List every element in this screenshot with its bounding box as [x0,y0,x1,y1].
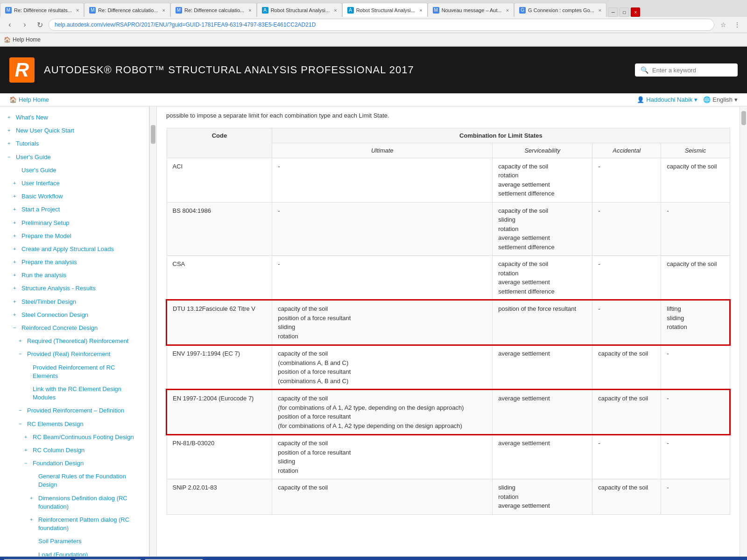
sidebar-item-create-loads[interactable]: + Create and Apply Structural Loads [0,243,149,256]
toggle-basic-workflow[interactable]: + [13,193,19,200]
toggle-rc-design[interactable]: − [13,324,19,331]
sidebar-item-soil-params[interactable]: Soil Parameters [0,535,149,548]
toggle-link-rc [24,385,30,392]
sidebar-item-prepare-model[interactable]: + Prepare the Model [0,230,149,243]
toggle-whats-new[interactable]: + [7,114,13,121]
sidebar-item-users-guide[interactable]: − User's Guide [0,151,149,164]
toggle-rc-beam-footing[interactable]: + [24,434,30,441]
toggle-tutorials[interactable]: + [7,140,13,147]
toggle-provided-reinf[interactable]: − [19,350,24,357]
sidebar-item-whats-new[interactable]: + What's New [0,111,149,124]
sidebar-item-foundation-design[interactable]: − Foundation Design [0,457,149,470]
sidebar-item-general-rules[interactable]: General Rules of the Foundation Design [0,470,149,491]
sidebar-label-structure-results: Structure Analysis - Results [21,284,96,293]
toggle-prepare-model[interactable]: + [13,232,19,239]
minimize-btn[interactable]: ─ [608,7,618,17]
toggle-structure-results[interactable]: + [13,285,19,292]
toggle-user-interface[interactable]: + [13,180,19,187]
tab-2[interactable]: M Re: Difference calculatio... × [84,3,170,17]
sidebar-item-run-analysis[interactable]: + Run the analysis [0,269,149,282]
tab-close-5[interactable]: × [419,7,422,13]
toggle-reinf-pattern[interactable]: + [30,516,35,523]
tab-1[interactable]: M Re: Différence résultats... × [0,3,84,17]
tab-3[interactable]: M Re: Difference calculatio... × [170,3,257,17]
table-cell-ultimate: capacity of the soil position of a force… [272,300,493,345]
sidebar-item-start-project[interactable]: + Start a Project [0,203,149,216]
sidebar-scrollbar[interactable] [149,106,157,556]
sidebar-item-rc-elements[interactable]: − RC Elements Design [0,418,149,431]
address-input[interactable] [49,19,714,31]
toggle-dimensions-def[interactable]: + [30,495,35,502]
close-btn[interactable]: × [631,7,640,17]
sidebar-item-load-foundation[interactable]: Load (Foundation) [0,548,149,556]
sidebar-item-steel-timber[interactable]: + Steel/Timber Design [0,295,149,308]
sidebar-item-prepare-analysis[interactable]: + Prepare the analysis [0,256,149,269]
table-cell-accidental: capacity of the soil [592,390,661,434]
toggle-new-user[interactable]: + [7,127,13,134]
sidebar-item-user-interface[interactable]: + User Interface [0,177,149,190]
toggle-preliminary-setup[interactable]: + [13,219,19,226]
user-dropdown[interactable]: 👤 Haddouchi Nabik ▾ [637,96,698,103]
language-dropdown[interactable]: 🌐 English ▾ [703,96,738,103]
sidebar-item-new-user[interactable]: + New User Quick Start [0,124,149,137]
bookmark-label: Help Home [13,36,41,43]
sidebar-label-provided-reinf-rc: Provided Reinforcement of RC Elements [33,364,141,380]
sidebar-item-provided-reinf-rc[interactable]: Provided Reinforcement of RC Elements [0,361,149,383]
tab-6[interactable]: M Nouveau message – Aut... × [428,3,514,17]
tab-5[interactable]: A Robot Structural Analysi... × [342,3,428,17]
sidebar-label-users-guide: User's Guide [16,153,51,161]
tab-close-6[interactable]: × [506,7,509,13]
table-cell-ultimate: capacity of the soil (for combinations o… [272,390,493,434]
tab-7[interactable]: G G Connexion : comptes Go... × [514,3,606,17]
help-search-box[interactable]: 🔍 [635,63,738,77]
sidebar-label-create-loads: Create and Apply Structural Loads [21,245,114,253]
toggle-load-foundation [30,551,35,556]
help-home-link[interactable]: 🏠 Help Home [9,96,49,103]
toggle-prepare-analysis[interactable]: + [13,259,19,266]
sidebar-item-users-guide-sub[interactable]: User's Guide [0,164,149,177]
sidebar-item-required-reinf[interactable]: + Required (Theoretical) Reinforcement [0,335,149,348]
tab-4[interactable]: A Robot Structural Analysi... × [257,3,342,17]
sidebar-item-link-rc[interactable]: Link with the RC Element Design Modules [0,383,149,404]
tab-close-3[interactable]: × [248,7,251,13]
back-button[interactable]: ‹ [4,19,16,31]
sidebar-item-rc-design[interactable]: − Reinforced Concrete Design [0,322,149,335]
toggle-required-reinf[interactable]: + [19,337,24,344]
sidebar-item-provided-reinf[interactable]: − Provided (Real) Reinforcement [0,348,149,361]
toggle-create-loads[interactable]: + [13,245,19,252]
sidebar-item-structure-results[interactable]: + Structure Analysis - Results [0,282,149,295]
toggle-start-project[interactable]: + [13,206,19,213]
toggle-provided-reinf-def[interactable]: − [19,407,24,414]
sidebar-item-steel-connection[interactable]: + Steel Connection Design [0,308,149,322]
toggle-rc-column[interactable]: + [24,447,30,454]
settings-button[interactable]: ⋮ [731,19,743,31]
toggle-run-analysis[interactable]: + [13,272,19,279]
main-scrollbar[interactable] [740,106,747,556]
tab-close-7[interactable]: × [599,7,601,13]
sidebar-item-provided-reinf-def[interactable]: − Provided Reinforcement – Definition [0,404,149,417]
toggle-steel-timber[interactable]: + [13,298,19,305]
tab-close-4[interactable]: × [334,7,337,13]
toggle-rc-elements[interactable]: − [19,420,24,427]
help-search-input[interactable] [652,67,727,74]
toggle-foundation-design[interactable]: − [24,460,30,467]
bookmark-help-home[interactable]: 🏠 Help Home [4,36,41,43]
sidebar: + What's New + New User Quick Start + Tu… [0,106,149,556]
sidebar-item-preliminary-setup[interactable]: + Preliminary Setup [0,217,149,230]
sidebar-item-tutorials[interactable]: + Tutorials [0,137,149,150]
forward-button[interactable]: › [19,19,31,31]
toggle-users-guide[interactable]: − [7,154,13,161]
maximize-btn[interactable]: □ [620,7,629,17]
tab-close-1[interactable]: × [76,7,79,13]
tab-close-2[interactable]: × [162,7,165,13]
sidebar-item-rc-beam-footing[interactable]: + RC Beam/Continuous Footing Design [0,431,149,444]
sidebar-item-reinf-pattern[interactable]: + Reinforcement Pattern dialog (RC found… [0,513,149,535]
sidebar-item-rc-column[interactable]: + RC Column Design [0,444,149,457]
tab-favicon-2: M [89,7,96,14]
table-row: EN 1997-1:2004 (Eurocode 7)capacity of t… [167,390,730,434]
bookmark-button[interactable]: ☆ [717,19,729,31]
sidebar-item-dimensions-def[interactable]: + Dimensions Definition dialog (RC found… [0,492,149,513]
reload-button[interactable]: ↻ [34,19,46,31]
sidebar-item-basic-workflow[interactable]: + Basic Workflow [0,190,149,203]
toggle-steel-connection[interactable]: + [13,311,19,318]
